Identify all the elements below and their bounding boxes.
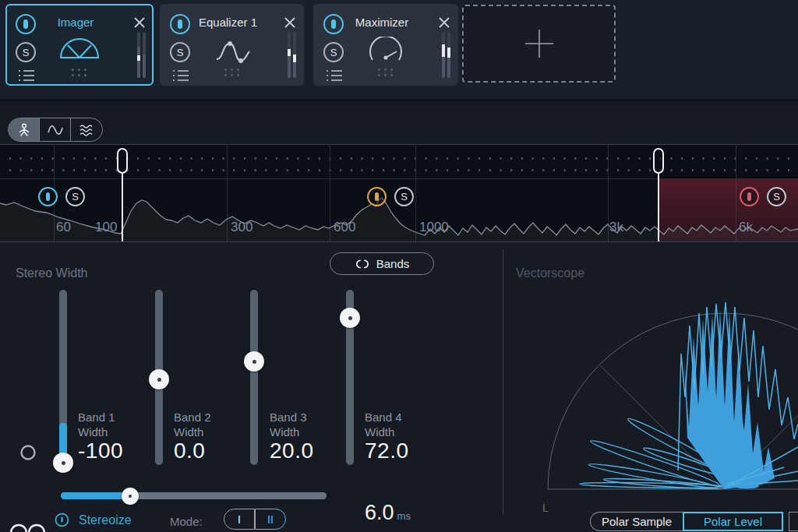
view-waves-button[interactable]: [71, 118, 102, 141]
view-mode-group: [8, 118, 103, 142]
freq-label: 1000: [419, 220, 449, 235]
stereoize-delay-readout[interactable]: 6.0ms: [365, 501, 411, 525]
band2-width-handle[interactable]: [149, 369, 169, 389]
freq-label: 60: [56, 220, 71, 235]
band3-solo-button[interactable]: S: [394, 187, 414, 206]
band4-width-value[interactable]: 72.0: [365, 443, 409, 458]
mono-icon: [19, 444, 37, 461]
band4-solo-button[interactable]: S: [767, 187, 786, 206]
view-stereo-image-button[interactable]: [9, 118, 40, 141]
module-card-imager[interactable]: Imager S: [5, 4, 154, 86]
mode-I-button[interactable]: I: [224, 509, 255, 530]
power-pill-icon: [375, 192, 379, 201]
multi-wave-icon: [78, 122, 95, 138]
polar-level-button[interactable]: Polar Level: [683, 512, 783, 531]
freq-label: 3k: [609, 220, 623, 235]
crossover-spectrum-view[interactable]: 60 100 300 600 1000 3k 6k S S S: [0, 145, 798, 242]
band3-width-handle[interactable]: [244, 351, 264, 372]
power-pill-icon: [46, 192, 50, 201]
band3-power-button[interactable]: [367, 187, 387, 206]
power-pill-icon: [178, 19, 182, 29]
bands-button-label: Bands: [376, 257, 410, 270]
preset-list-icon[interactable]: [326, 69, 344, 82]
freq-label: 300: [231, 220, 252, 235]
imager-main-panel: Stereo Width Bands: [0, 243, 798, 532]
imager-module-icon: [58, 37, 101, 65]
freq-label: 600: [334, 220, 355, 235]
drag-handle-icon[interactable]: [378, 69, 394, 76]
freq-label: 6k: [739, 220, 753, 235]
module-title: Imager: [30, 16, 121, 29]
preset-list-icon[interactable]: [172, 69, 191, 82]
band1-solo-button[interactable]: S: [65, 187, 85, 206]
close-icon[interactable]: [132, 15, 147, 30]
stereoize-power-icon[interactable]: [55, 513, 69, 527]
stereoize-delay-slider[interactable]: [61, 492, 327, 499]
module-card-equalizer[interactable]: Equalizer 1 S: [160, 4, 304, 86]
band3-width-slider[interactable]: [250, 290, 258, 465]
vectorscope-display: [503, 243, 798, 532]
stereo-width-title: Stereo Width: [16, 266, 87, 280]
channel-left-label: L: [542, 502, 549, 514]
module-card-maximizer[interactable]: Maximizer S: [313, 4, 458, 86]
add-module-slot[interactable]: [462, 5, 616, 83]
module-meter: [288, 32, 296, 78]
band4-width-handle[interactable]: [340, 308, 360, 328]
module-title: Maximizer: [338, 16, 425, 29]
vectorscope-mode-extra-button[interactable]: [789, 512, 798, 531]
band3-width-value[interactable]: 20.0: [270, 443, 314, 458]
equalizer-module-icon: [210, 37, 254, 71]
link-bands-button[interactable]: Bands: [330, 252, 434, 275]
crossover-handle[interactable]: [117, 148, 128, 174]
link-icon: [355, 259, 370, 269]
preset-list-icon[interactable]: [18, 69, 37, 82]
module-meter: [442, 32, 450, 78]
band3-readout: Band 3Width 20.0: [270, 410, 314, 458]
sine-wave-icon: [47, 122, 64, 138]
stereoize-mode-group: I II: [224, 509, 286, 530]
power-pill-icon: [747, 192, 751, 201]
view-toolbar: [0, 101, 798, 145]
band2-readout: Band 2Width 0.0: [174, 410, 211, 458]
polar-sample-button[interactable]: Polar Sample: [590, 512, 683, 531]
band1-width-value[interactable]: -100: [78, 443, 123, 458]
freq-label: 100: [95, 220, 117, 235]
crossover-handle[interactable]: [653, 148, 664, 174]
band1-readout: Band 1Width -100: [78, 410, 123, 458]
drag-handle-icon[interactable]: [224, 69, 240, 76]
mode-label: Mode:: [170, 515, 203, 528]
drag-handle-icon[interactable]: [72, 69, 87, 76]
stereo-image-person-icon: [16, 122, 32, 138]
module-chain-strip: Imager S: [0, 0, 798, 101]
plus-icon: [524, 28, 555, 59]
band4-power-button[interactable]: [740, 187, 759, 206]
stereo-wide-icon: [8, 523, 48, 532]
band1-width-handle[interactable]: [53, 453, 73, 473]
stereoize-label: Stereoize: [79, 513, 132, 527]
mode-II-button[interactable]: II: [255, 509, 286, 530]
ozone-imager-window: Imager S: [0, 0, 798, 532]
module-solo-button[interactable]: S: [323, 42, 344, 62]
module-solo-button[interactable]: S: [16, 42, 36, 62]
band1-power-button[interactable]: [38, 187, 58, 206]
view-sine-button[interactable]: [40, 118, 71, 141]
module-meter: [137, 32, 146, 78]
module-title: Equalizer 1: [185, 16, 271, 29]
close-icon[interactable]: [282, 15, 298, 30]
power-pill-icon: [23, 19, 28, 29]
close-icon[interactable]: [436, 15, 452, 30]
maximizer-module-icon: [366, 37, 405, 68]
band1-width-slider[interactable]: [59, 290, 67, 465]
crossover-line: [122, 174, 123, 241]
module-solo-button[interactable]: S: [170, 42, 190, 62]
band2-width-value[interactable]: 0.0: [174, 443, 211, 458]
crossover-line: [658, 174, 659, 241]
band4-readout: Band 4Width 72.0: [365, 410, 409, 458]
power-pill-icon: [331, 19, 336, 29]
stereoize-delay-handle[interactable]: [122, 488, 139, 505]
